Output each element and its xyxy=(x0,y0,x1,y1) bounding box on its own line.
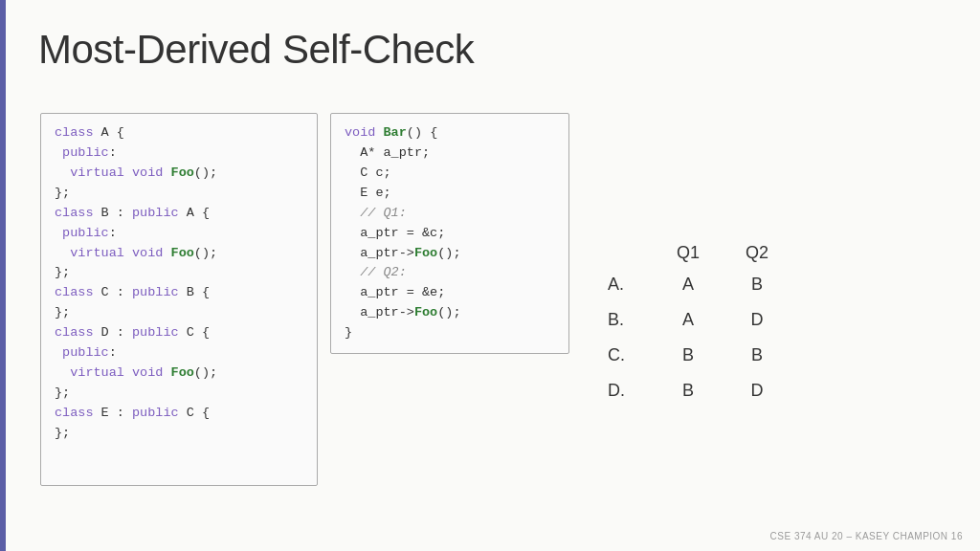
code-line: a_ptr->Foo(); xyxy=(345,303,555,323)
qa-header-q1: Q1 xyxy=(654,239,723,267)
qa-row: B.AD xyxy=(608,302,791,338)
qa-header-q2: Q2 xyxy=(723,239,791,267)
code-line: }; xyxy=(55,384,303,404)
code-line: A* a_ptr; xyxy=(345,143,555,164)
code-line: public: xyxy=(55,224,303,244)
qa-cell-q1: B xyxy=(654,338,723,373)
qa-cell-q1: B xyxy=(654,373,723,408)
code-line: }; xyxy=(55,424,303,444)
qa-cell-q2: D xyxy=(723,302,791,338)
code-line: C c; xyxy=(345,164,555,184)
qa-empty-header xyxy=(608,239,654,267)
footer-text: CSE 374 AU 20 – KASEY CHAMPION 16 xyxy=(770,531,963,541)
code-line: // Q1: xyxy=(345,204,555,224)
code-line: class A { xyxy=(55,123,303,143)
code-line: class C : public B { xyxy=(55,283,303,303)
qa-row: A.AB xyxy=(608,267,791,302)
qa-cell-q1: A xyxy=(654,302,723,338)
code-line: a_ptr = &c; xyxy=(345,224,555,244)
qa-cell-q1: A xyxy=(654,267,723,302)
code-line: class D : public C { xyxy=(55,323,303,343)
qa-cell-q2: D xyxy=(723,373,791,408)
code-line: class E : public C { xyxy=(55,404,303,424)
code-line: public: xyxy=(55,143,303,164)
code-line: a_ptr = &e; xyxy=(345,283,555,303)
code-line: void Bar() { xyxy=(345,123,555,143)
code-line: }; xyxy=(55,184,303,204)
qa-row-label: D. xyxy=(608,373,654,408)
slide: Most-Derived Self-Check class A { public… xyxy=(0,0,980,551)
qa-row: C.BB xyxy=(608,338,791,373)
qa-area: Q1 Q2 A.ABB.ADC.BBD.BD xyxy=(608,239,791,408)
code-line: public: xyxy=(55,343,303,364)
code-line: a_ptr->Foo(); xyxy=(345,244,555,264)
code-line: } xyxy=(345,323,555,343)
slide-title: Most-Derived Self-Check xyxy=(38,27,474,73)
code-line: }; xyxy=(55,303,303,323)
code-line: }; xyxy=(55,263,303,283)
qa-row: D.BD xyxy=(608,373,791,408)
code-line: virtual void Foo(); xyxy=(55,364,303,384)
code-line: E e; xyxy=(345,184,555,204)
code-line: // Q2: xyxy=(345,263,555,283)
qa-row-label: C. xyxy=(608,338,654,373)
right-code-box: void Bar() { A* a_ptr; C c; E e; // Q1: … xyxy=(330,113,569,354)
left-code-box: class A { public: virtual void Foo();};c… xyxy=(40,113,318,486)
qa-row-label: B. xyxy=(608,302,654,338)
qa-cell-q2: B xyxy=(723,267,791,302)
code-line: virtual void Foo(); xyxy=(55,164,303,184)
code-line: class B : public A { xyxy=(55,204,303,224)
code-line: virtual void Foo(); xyxy=(55,244,303,264)
qa-row-label: A. xyxy=(608,267,654,302)
left-accent-bar xyxy=(0,0,6,551)
qa-cell-q2: B xyxy=(723,338,791,373)
qa-table: Q1 Q2 A.ABB.ADC.BBD.BD xyxy=(608,239,791,408)
